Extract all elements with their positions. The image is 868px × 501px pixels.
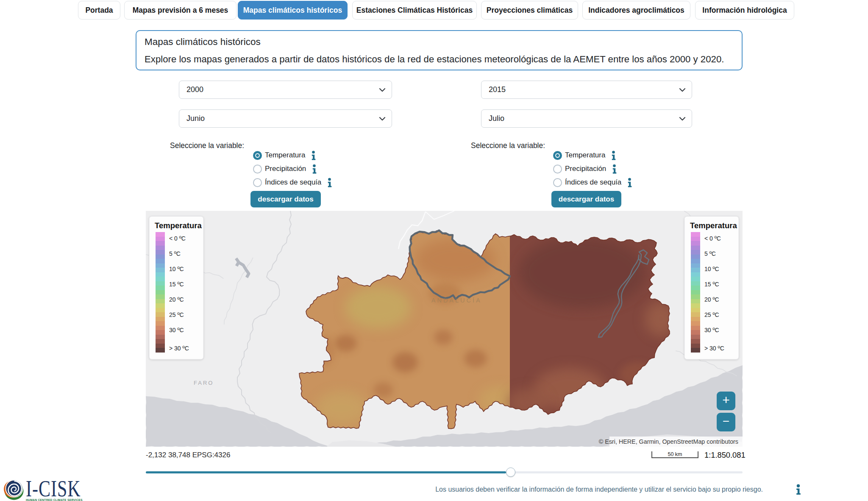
svg-text:10 ºC: 10 ºC	[169, 266, 184, 272]
svg-text:+: +	[722, 393, 730, 407]
svg-text:< 0 ºC: < 0 ºC	[169, 235, 186, 242]
svg-text:25 ºC: 25 ºC	[169, 311, 184, 318]
svg-text:5 ºC: 5 ºC	[704, 250, 716, 257]
svg-text:Temperatura: Temperatura	[690, 221, 737, 230]
svg-text:20 ºC: 20 ºC	[169, 296, 184, 303]
svg-text:5 ºC: 5 ºC	[169, 250, 181, 257]
svg-text:30 ºC: 30 ºC	[704, 327, 719, 333]
svg-text:30 ºC: 30 ºC	[169, 327, 184, 333]
svg-text:HUMAN CENTRED CLIMATE SERVICES: HUMAN CENTRED CLIMATE SERVICES	[26, 498, 83, 501]
svg-text:I-CISK: I-CISK	[26, 478, 81, 501]
svg-text:25 ºC: 25 ºC	[704, 311, 719, 318]
svg-text:© Esri, HERE, Garmin, OpenStre: © Esri, HERE, Garmin, OpenStreetMap cont…	[599, 438, 738, 445]
svg-text:−: −	[723, 414, 729, 428]
svg-text:> 30 ºC: > 30 ºC	[704, 345, 724, 352]
svg-text:ANDALUCÍA: ANDALUCÍA	[431, 297, 482, 304]
svg-text:< 0 ºC: < 0 ºC	[704, 235, 721, 242]
svg-text:FARO: FARO	[194, 380, 214, 386]
svg-text:Temperatura: Temperatura	[155, 221, 202, 230]
svg-text:> 30 ºC: > 30 ºC	[169, 345, 189, 352]
svg-text:15 ºC: 15 ºC	[169, 281, 184, 288]
svg-text:15 ºC: 15 ºC	[704, 281, 719, 288]
svg-text:10 ºC: 10 ºC	[704, 266, 719, 272]
svg-text:20 ºC: 20 ºC	[704, 296, 719, 303]
